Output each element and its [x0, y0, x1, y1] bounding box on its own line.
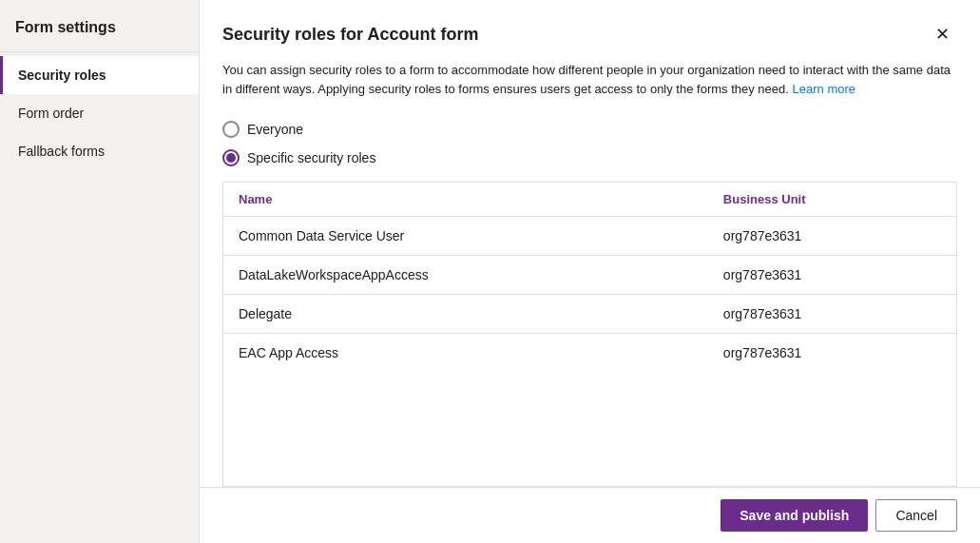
- cell-name: EAC App Access: [223, 334, 708, 373]
- sidebar: Form settings Security roles Form order …: [0, 0, 200, 543]
- dialog-header: Security roles for Account form ✕: [200, 0, 980, 61]
- table-scroll-area[interactable]: Name Business Unit Common Data Service U…: [223, 183, 956, 486]
- column-header-name: Name: [223, 183, 708, 217]
- close-button[interactable]: ✕: [927, 19, 957, 49]
- dialog-description: You can assign security roles to a form …: [200, 61, 980, 113]
- learn-more-link[interactable]: Learn more: [793, 82, 855, 96]
- save-publish-button[interactable]: Save and publish: [721, 499, 868, 532]
- cancel-label: Cancel: [895, 508, 937, 523]
- sidebar-item-label-security-roles: Security roles: [18, 68, 106, 83]
- roles-table: Name Business Unit Common Data Service U…: [223, 183, 956, 372]
- radio-option-everyone[interactable]: Everyone: [222, 121, 957, 138]
- sidebar-item-fallback-forms[interactable]: Fallback forms: [0, 132, 199, 170]
- radio-specific-indicator: [222, 149, 240, 166]
- table-header-row: Name Business Unit: [223, 183, 956, 217]
- cell-business-unit: org787e3631: [708, 256, 956, 295]
- sidebar-item-label-form-order: Form order: [18, 106, 84, 121]
- sidebar-item-label-fallback-forms: Fallback forms: [18, 144, 105, 159]
- table-row: Common Data Service Userorg787e3631: [223, 217, 956, 256]
- table-body: Common Data Service Userorg787e3631DataL…: [223, 217, 956, 373]
- cell-name: Delegate: [223, 295, 708, 334]
- radio-option-specific[interactable]: Specific security roles: [222, 149, 957, 166]
- cell-name: Common Data Service User: [223, 217, 708, 256]
- table-row: Delegateorg787e3631: [223, 295, 956, 334]
- cell-business-unit: org787e3631: [708, 334, 956, 373]
- save-publish-label: Save and publish: [740, 508, 849, 523]
- close-icon: ✕: [935, 24, 950, 45]
- sidebar-nav: Security roles Form order Fallback forms: [0, 52, 199, 170]
- radio-everyone-label: Everyone: [247, 122, 303, 137]
- column-header-business-unit: Business Unit: [708, 183, 956, 217]
- cell-business-unit: org787e3631: [708, 217, 956, 256]
- radio-group: Everyone Specific security roles: [200, 113, 980, 182]
- table-row: EAC App Accessorg787e3631: [223, 334, 956, 373]
- sidebar-title: Form settings: [0, 0, 199, 52]
- sidebar-item-form-order[interactable]: Form order: [0, 94, 199, 132]
- roles-table-container: Name Business Unit Common Data Service U…: [222, 182, 957, 487]
- radio-everyone-indicator: [222, 121, 240, 138]
- table-row: DataLakeWorkspaceAppAccessorg787e3631: [223, 256, 956, 295]
- radio-specific-label: Specific security roles: [247, 150, 375, 165]
- cancel-button[interactable]: Cancel: [875, 499, 957, 532]
- dialog-footer: Save and publish Cancel: [200, 487, 980, 543]
- dialog-title: Security roles for Account form: [222, 25, 478, 45]
- sidebar-item-security-roles[interactable]: Security roles: [0, 56, 199, 94]
- main-content: Security roles for Account form ✕ You ca…: [200, 0, 980, 543]
- cell-business-unit: org787e3631: [708, 295, 956, 334]
- cell-name: DataLakeWorkspaceAppAccess: [223, 256, 708, 295]
